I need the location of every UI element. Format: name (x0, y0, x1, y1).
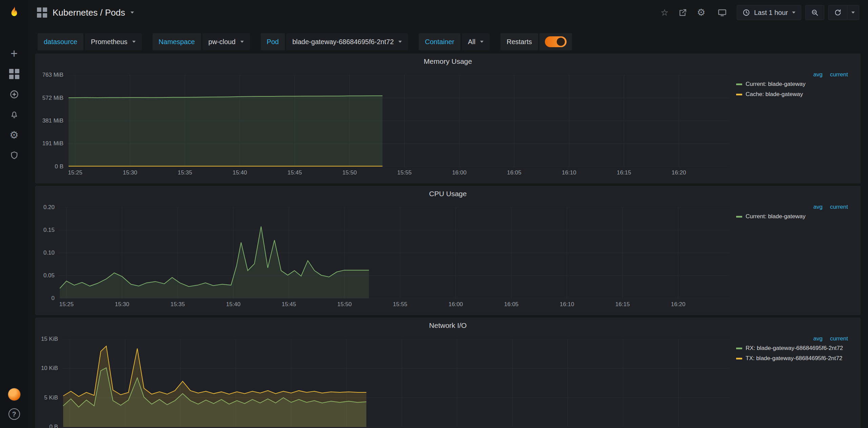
refresh-interval-dropdown[interactable] (847, 5, 859, 20)
time-picker-button[interactable]: Last 1 hour (737, 5, 801, 20)
share-dashboard-button[interactable] (676, 5, 690, 20)
sidebar-item-configuration[interactable]: ⚙ (7, 128, 21, 142)
legend-header-current[interactable]: current (830, 71, 848, 78)
sidebar: + ⚙ (0, 0, 28, 428)
panel-title[interactable]: Memory Usage (36, 54, 860, 68)
x-axis-tick: 15:55 (389, 169, 420, 176)
dashboards-grid-icon (9, 69, 19, 79)
x-axis-tick: 16:10 (552, 301, 582, 308)
pod-label: Pod (261, 33, 285, 50)
x-axis-tick: 16:10 (554, 169, 584, 176)
container-value: All (468, 38, 475, 46)
legend-item[interactable]: Cache: blade-gateway (736, 89, 848, 99)
restarts-label: Restarts (500, 33, 538, 50)
refresh-button[interactable] (828, 5, 847, 20)
refresh-button-group (828, 5, 859, 20)
container-value-dropdown[interactable]: All (462, 33, 490, 50)
variable-restarts: Restarts (500, 33, 572, 50)
chevron-down-icon (240, 41, 244, 43)
y-axis-tick: 15 KiB (38, 336, 58, 342)
legend-headers: avg current (736, 203, 848, 211)
x-axis-tick: 15:40 (224, 169, 255, 176)
legend-item[interactable]: TX: blade-gateway-68684695f6-2nt72 (736, 353, 848, 364)
legend-series-list: RX: blade-gateway-68684695f6-2nt72TX: bl… (736, 343, 848, 364)
sidebar-item-server-admin[interactable] (7, 149, 21, 162)
x-axis-tick: 16:05 (499, 169, 530, 176)
panel-title[interactable]: Network I/O (36, 318, 860, 332)
x-axis-tick: 15:45 (274, 301, 304, 308)
legend: avg current RX: blade-gateway-68684695f6… (731, 332, 857, 428)
pod-value-dropdown[interactable]: blade-gateway-68684695f6-2nt72 (286, 33, 408, 50)
star-icon: ☆ (660, 8, 668, 17)
sidebar-item-create[interactable]: + (7, 47, 21, 60)
grafana-logo[interactable] (0, 0, 28, 25)
panel-cpu-usage: CPU Usage 00.050.100.150.2015:2515:3015:… (35, 186, 861, 315)
legend-swatch (736, 358, 742, 359)
sidebar-item-alerting[interactable] (7, 108, 21, 122)
legend-item[interactable]: Current: blade-gateway (736, 79, 848, 89)
x-axis-tick: 16:20 (664, 169, 694, 176)
legend-item[interactable]: Current: blade-gateway (736, 211, 848, 222)
x-axis-tick: 16:15 (609, 169, 639, 176)
x-axis-tick: 15:35 (162, 301, 193, 308)
legend-header-avg[interactable]: avg (813, 335, 823, 342)
sidebar-item-explore[interactable] (7, 88, 21, 101)
legend-header-avg[interactable]: avg (813, 71, 823, 78)
help-button[interactable]: ? (8, 408, 20, 420)
datasource-label: datasource (38, 33, 83, 50)
sidebar-item-dashboards[interactable] (7, 67, 21, 81)
datasource-value-dropdown[interactable]: Prometheus (85, 33, 142, 50)
restarts-switch-wrap (539, 33, 572, 50)
legend: avg current Current: blade-gatewayCache:… (731, 68, 857, 179)
chart-canvas[interactable] (59, 207, 729, 298)
y-axis-tick: 0.15 (38, 227, 55, 234)
zoom-out-button[interactable] (805, 5, 824, 20)
y-axis-tick: 191 MiB (38, 140, 63, 147)
legend-headers: avg current (736, 70, 848, 79)
x-axis-tick: 15:45 (279, 169, 310, 176)
legend-series-name: Current: blade-gateway (746, 213, 806, 220)
legend-swatch (736, 348, 742, 349)
panel-body: 00.050.100.150.2015:2515:3015:3515:4015:… (38, 201, 857, 311)
x-axis-tick: 16:05 (496, 301, 527, 308)
legend-swatch (736, 83, 742, 85)
chart-canvas[interactable] (67, 75, 729, 167)
panel-body: 0 B5 KiB10 KiB15 KiB15:2515:3015:3515:40… (38, 332, 857, 428)
legend-header-avg[interactable]: avg (813, 204, 823, 210)
y-axis-tick: 10 KiB (38, 365, 58, 372)
legend-item[interactable]: RX: blade-gateway-68684695f6-2nt72 (736, 343, 848, 353)
namespace-value: pw-cloud (209, 38, 236, 46)
user-avatar[interactable] (8, 388, 21, 401)
main-area: Kubernetes / Pods ☆ ⚙ (28, 0, 868, 428)
namespace-value-dropdown[interactable]: pw-cloud (202, 33, 250, 50)
legend-series-list: Current: blade-gatewayCache: blade-gatew… (736, 79, 848, 99)
cycle-view-button[interactable] (715, 5, 729, 20)
restarts-toggle[interactable] (545, 36, 567, 47)
time-range-label: Last 1 hour (754, 9, 788, 17)
clock-icon (743, 9, 750, 16)
star-dashboard-button[interactable]: ☆ (657, 5, 672, 20)
dashboard-title-group[interactable]: Kubernetes / Pods (37, 7, 134, 18)
network-io-chart: 0 B5 KiB10 KiB15 KiB15:2515:3015:3515:40… (38, 332, 731, 428)
y-axis-tick: 0.20 (38, 204, 55, 211)
variable-container: Container All (419, 33, 490, 50)
shield-icon (9, 151, 19, 160)
legend-header-current[interactable]: current (830, 204, 848, 210)
navbar-actions: ☆ ⚙ (657, 5, 859, 20)
legend-header-current[interactable]: current (830, 335, 848, 342)
legend-swatch (736, 94, 742, 95)
chart-canvas[interactable] (62, 339, 729, 427)
panel-title[interactable]: CPU Usage (36, 186, 860, 201)
memory-usage-chart: 0 B191 MiB381 MiB572 MiB763 MiB15:2515:3… (38, 68, 731, 179)
gear-icon: ⚙ (9, 130, 19, 140)
monitor-icon (717, 8, 727, 17)
x-axis-tick: 15:30 (107, 301, 137, 308)
legend-headers: avg current (736, 334, 848, 343)
dashboard-settings-button[interactable]: ⚙ (694, 5, 708, 20)
variable-namespace: Namespace pw-cloud (153, 33, 250, 50)
legend-series-name: TX: blade-gateway-68684695f6-2nt72 (746, 355, 842, 362)
sidebar-nav: + ⚙ (7, 47, 21, 162)
x-axis-tick: 16:00 (444, 169, 475, 176)
y-axis-tick: 0 B (38, 163, 63, 170)
x-axis-tick: 15:40 (218, 301, 249, 308)
